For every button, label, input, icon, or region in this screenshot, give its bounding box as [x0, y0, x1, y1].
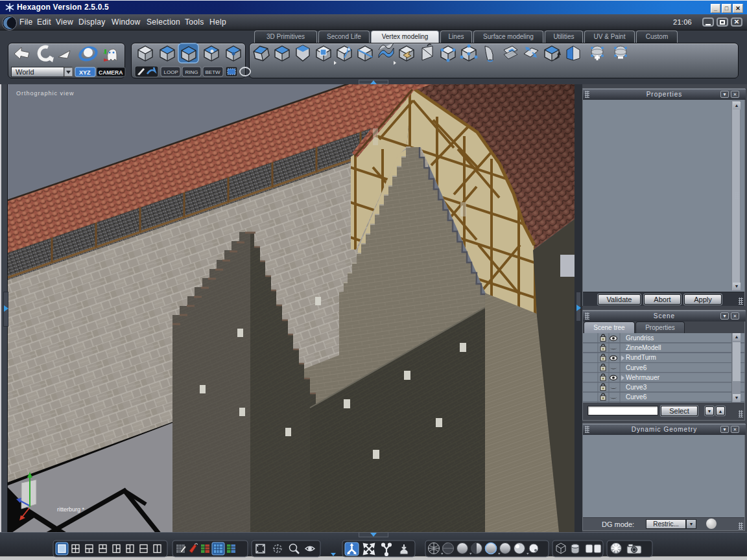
svg-text:ritterburg *: ritterburg *	[57, 506, 85, 513]
svg-text:BETW: BETW	[206, 69, 221, 75]
svg-text:CAMERA: CAMERA	[99, 69, 123, 76]
svg-text:Orthographic view: Orthographic view	[16, 90, 75, 97]
svg-text:World: World	[16, 68, 34, 76]
svg-text:XYZ: XYZ	[79, 69, 91, 76]
svg-text:RING: RING	[185, 69, 198, 75]
svg-text:LOOP: LOOP	[164, 69, 178, 75]
